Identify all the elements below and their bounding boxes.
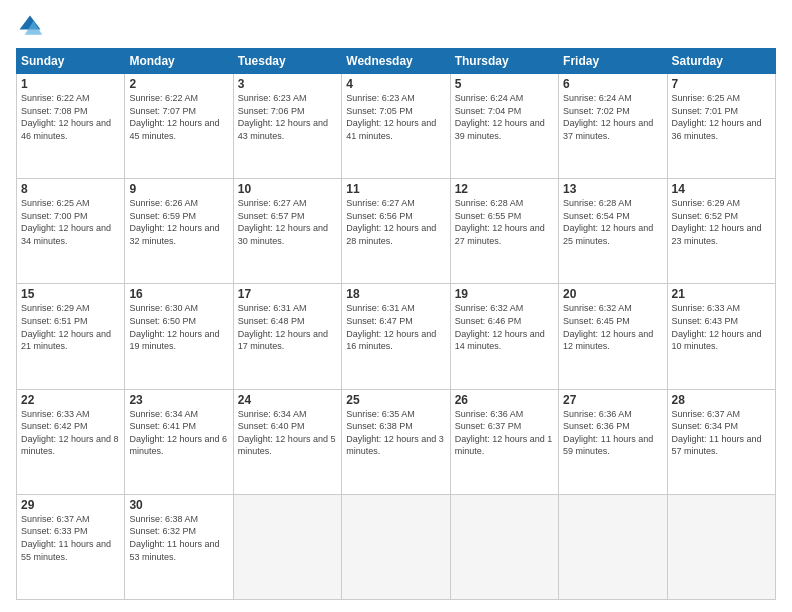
- logo: [16, 12, 48, 40]
- calendar-cell: 10 Sunrise: 6:27 AM Sunset: 6:57 PM Dayl…: [233, 179, 341, 284]
- calendar-cell: 5 Sunrise: 6:24 AM Sunset: 7:04 PM Dayli…: [450, 74, 558, 179]
- day-number: 25: [346, 393, 445, 407]
- day-number: 2: [129, 77, 228, 91]
- day-info: Sunrise: 6:35 AM Sunset: 6:38 PM Dayligh…: [346, 408, 445, 458]
- day-info: Sunrise: 6:25 AM Sunset: 7:00 PM Dayligh…: [21, 197, 120, 247]
- day-number: 14: [672, 182, 771, 196]
- calendar-cell: 11 Sunrise: 6:27 AM Sunset: 6:56 PM Dayl…: [342, 179, 450, 284]
- calendar-cell: [450, 494, 558, 599]
- day-info: Sunrise: 6:25 AM Sunset: 7:01 PM Dayligh…: [672, 92, 771, 142]
- day-info: Sunrise: 6:23 AM Sunset: 7:05 PM Dayligh…: [346, 92, 445, 142]
- page: SundayMondayTuesdayWednesdayThursdayFrid…: [0, 0, 792, 612]
- day-number: 22: [21, 393, 120, 407]
- day-number: 12: [455, 182, 554, 196]
- calendar-cell: 1 Sunrise: 6:22 AM Sunset: 7:08 PM Dayli…: [17, 74, 125, 179]
- day-info: Sunrise: 6:27 AM Sunset: 6:57 PM Dayligh…: [238, 197, 337, 247]
- calendar-cell: 22 Sunrise: 6:33 AM Sunset: 6:42 PM Dayl…: [17, 389, 125, 494]
- day-info: Sunrise: 6:36 AM Sunset: 6:37 PM Dayligh…: [455, 408, 554, 458]
- day-number: 20: [563, 287, 662, 301]
- calendar-cell: 16 Sunrise: 6:30 AM Sunset: 6:50 PM Dayl…: [125, 284, 233, 389]
- calendar-cell: 4 Sunrise: 6:23 AM Sunset: 7:05 PM Dayli…: [342, 74, 450, 179]
- day-number: 19: [455, 287, 554, 301]
- day-info: Sunrise: 6:33 AM Sunset: 6:43 PM Dayligh…: [672, 302, 771, 352]
- day-info: Sunrise: 6:37 AM Sunset: 6:33 PM Dayligh…: [21, 513, 120, 563]
- day-info: Sunrise: 6:24 AM Sunset: 7:02 PM Dayligh…: [563, 92, 662, 142]
- calendar-cell: 24 Sunrise: 6:34 AM Sunset: 6:40 PM Dayl…: [233, 389, 341, 494]
- day-number: 11: [346, 182, 445, 196]
- day-info: Sunrise: 6:26 AM Sunset: 6:59 PM Dayligh…: [129, 197, 228, 247]
- calendar-cell: 15 Sunrise: 6:29 AM Sunset: 6:51 PM Dayl…: [17, 284, 125, 389]
- day-number: 30: [129, 498, 228, 512]
- day-number: 5: [455, 77, 554, 91]
- day-number: 15: [21, 287, 120, 301]
- day-info: Sunrise: 6:38 AM Sunset: 6:32 PM Dayligh…: [129, 513, 228, 563]
- calendar-cell: 30 Sunrise: 6:38 AM Sunset: 6:32 PM Dayl…: [125, 494, 233, 599]
- logo-icon: [16, 12, 44, 40]
- day-number: 10: [238, 182, 337, 196]
- calendar-cell: 25 Sunrise: 6:35 AM Sunset: 6:38 PM Dayl…: [342, 389, 450, 494]
- day-info: Sunrise: 6:28 AM Sunset: 6:54 PM Dayligh…: [563, 197, 662, 247]
- calendar-cell: 2 Sunrise: 6:22 AM Sunset: 7:07 PM Dayli…: [125, 74, 233, 179]
- day-info: Sunrise: 6:22 AM Sunset: 7:08 PM Dayligh…: [21, 92, 120, 142]
- day-info: Sunrise: 6:22 AM Sunset: 7:07 PM Dayligh…: [129, 92, 228, 142]
- day-info: Sunrise: 6:29 AM Sunset: 6:52 PM Dayligh…: [672, 197, 771, 247]
- weekday-header: Tuesday: [233, 49, 341, 74]
- calendar-cell: 26 Sunrise: 6:36 AM Sunset: 6:37 PM Dayl…: [450, 389, 558, 494]
- calendar-cell: 8 Sunrise: 6:25 AM Sunset: 7:00 PM Dayli…: [17, 179, 125, 284]
- day-number: 4: [346, 77, 445, 91]
- day-number: 9: [129, 182, 228, 196]
- day-number: 7: [672, 77, 771, 91]
- calendar-cell: 13 Sunrise: 6:28 AM Sunset: 6:54 PM Dayl…: [559, 179, 667, 284]
- day-number: 23: [129, 393, 228, 407]
- day-info: Sunrise: 6:34 AM Sunset: 6:40 PM Dayligh…: [238, 408, 337, 458]
- day-info: Sunrise: 6:36 AM Sunset: 6:36 PM Dayligh…: [563, 408, 662, 458]
- day-number: 24: [238, 393, 337, 407]
- weekday-header: Wednesday: [342, 49, 450, 74]
- day-info: Sunrise: 6:27 AM Sunset: 6:56 PM Dayligh…: [346, 197, 445, 247]
- calendar-cell: 23 Sunrise: 6:34 AM Sunset: 6:41 PM Dayl…: [125, 389, 233, 494]
- calendar-cell: 14 Sunrise: 6:29 AM Sunset: 6:52 PM Dayl…: [667, 179, 775, 284]
- calendar-cell: [559, 494, 667, 599]
- weekday-header: Thursday: [450, 49, 558, 74]
- day-info: Sunrise: 6:31 AM Sunset: 6:47 PM Dayligh…: [346, 302, 445, 352]
- day-info: Sunrise: 6:32 AM Sunset: 6:45 PM Dayligh…: [563, 302, 662, 352]
- day-number: 17: [238, 287, 337, 301]
- calendar-cell: [667, 494, 775, 599]
- day-info: Sunrise: 6:24 AM Sunset: 7:04 PM Dayligh…: [455, 92, 554, 142]
- day-number: 8: [21, 182, 120, 196]
- day-number: 6: [563, 77, 662, 91]
- calendar-cell: 20 Sunrise: 6:32 AM Sunset: 6:45 PM Dayl…: [559, 284, 667, 389]
- day-info: Sunrise: 6:30 AM Sunset: 6:50 PM Dayligh…: [129, 302, 228, 352]
- weekday-header: Friday: [559, 49, 667, 74]
- calendar-cell: 7 Sunrise: 6:25 AM Sunset: 7:01 PM Dayli…: [667, 74, 775, 179]
- calendar-cell: 28 Sunrise: 6:37 AM Sunset: 6:34 PM Dayl…: [667, 389, 775, 494]
- day-number: 28: [672, 393, 771, 407]
- day-info: Sunrise: 6:32 AM Sunset: 6:46 PM Dayligh…: [455, 302, 554, 352]
- weekday-header: Saturday: [667, 49, 775, 74]
- day-number: 13: [563, 182, 662, 196]
- day-number: 16: [129, 287, 228, 301]
- calendar-cell: 29 Sunrise: 6:37 AM Sunset: 6:33 PM Dayl…: [17, 494, 125, 599]
- calendar-cell: [342, 494, 450, 599]
- calendar-cell: 9 Sunrise: 6:26 AM Sunset: 6:59 PM Dayli…: [125, 179, 233, 284]
- calendar-cell: 18 Sunrise: 6:31 AM Sunset: 6:47 PM Dayl…: [342, 284, 450, 389]
- day-info: Sunrise: 6:29 AM Sunset: 6:51 PM Dayligh…: [21, 302, 120, 352]
- calendar-cell: 3 Sunrise: 6:23 AM Sunset: 7:06 PM Dayli…: [233, 74, 341, 179]
- day-info: Sunrise: 6:23 AM Sunset: 7:06 PM Dayligh…: [238, 92, 337, 142]
- calendar-cell: 6 Sunrise: 6:24 AM Sunset: 7:02 PM Dayli…: [559, 74, 667, 179]
- calendar-cell: 27 Sunrise: 6:36 AM Sunset: 6:36 PM Dayl…: [559, 389, 667, 494]
- day-number: 1: [21, 77, 120, 91]
- day-info: Sunrise: 6:33 AM Sunset: 6:42 PM Dayligh…: [21, 408, 120, 458]
- calendar-cell: 19 Sunrise: 6:32 AM Sunset: 6:46 PM Dayl…: [450, 284, 558, 389]
- day-info: Sunrise: 6:31 AM Sunset: 6:48 PM Dayligh…: [238, 302, 337, 352]
- header: [16, 12, 776, 40]
- weekday-header: Monday: [125, 49, 233, 74]
- day-number: 3: [238, 77, 337, 91]
- weekday-header: Sunday: [17, 49, 125, 74]
- day-number: 26: [455, 393, 554, 407]
- day-number: 18: [346, 287, 445, 301]
- day-info: Sunrise: 6:34 AM Sunset: 6:41 PM Dayligh…: [129, 408, 228, 458]
- calendar: SundayMondayTuesdayWednesdayThursdayFrid…: [16, 48, 776, 600]
- day-number: 21: [672, 287, 771, 301]
- day-number: 29: [21, 498, 120, 512]
